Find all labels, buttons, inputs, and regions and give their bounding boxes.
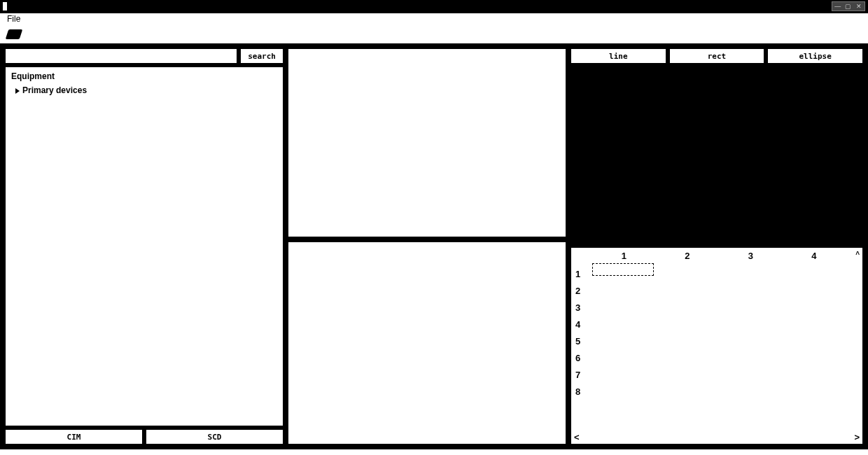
right-panel: line rect ellipse 1 2 3 4 1 2 3 4 5 6 7 … (571, 49, 862, 444)
maximize-icon[interactable]: ▢ (843, 2, 853, 10)
open-icon[interactable] (6, 29, 23, 39)
scroll-up-icon[interactable]: ^ (855, 251, 860, 258)
row-header[interactable]: 7 (575, 367, 580, 384)
left-bottom-tabs: CIM SCD (6, 430, 283, 444)
equipment-tree[interactable]: Equipment Primary devices (6, 67, 283, 426)
ellipse-button[interactable]: ellipse (768, 49, 862, 63)
search-row: search (6, 49, 283, 63)
grid-col-headers: 1 2 3 4 (592, 251, 846, 261)
grid-row-headers: 1 2 3 4 5 6 7 8 (575, 266, 580, 400)
rect-button[interactable]: rect (670, 49, 764, 63)
app-icon (3, 2, 11, 10)
right-canvas[interactable] (571, 69, 862, 242)
col-header[interactable]: 4 (783, 251, 846, 261)
tree-root[interactable]: Equipment (11, 71, 277, 81)
shape-buttons: line rect ellipse (571, 49, 862, 63)
right-grid[interactable]: 1 2 3 4 1 2 3 4 5 6 7 8 ^ < > (571, 248, 862, 444)
minimize-icon[interactable]: — (832, 2, 843, 10)
center-bottom-pane[interactable] (288, 242, 566, 444)
left-panel: search Equipment Primary devices CIM SCD (6, 49, 283, 444)
search-input[interactable] (6, 49, 237, 63)
row-header[interactable]: 6 (575, 350, 580, 367)
row-header[interactable]: 2 (575, 283, 580, 300)
search-button[interactable]: search (241, 49, 283, 63)
line-button[interactable]: line (571, 49, 666, 63)
menu-file[interactable]: File (7, 14, 20, 24)
col-header[interactable]: 3 (719, 251, 783, 261)
tab-cim[interactable]: CIM (6, 430, 142, 444)
scroll-right-icon[interactable]: > (854, 432, 860, 442)
tab-scd[interactable]: SCD (146, 430, 283, 444)
row-header[interactable]: 5 (575, 333, 580, 350)
row-header[interactable]: 1 (575, 266, 580, 283)
main-frame: search Equipment Primary devices CIM SCD… (0, 43, 868, 449)
scroll-left-icon[interactable]: < (574, 432, 580, 442)
center-panel (288, 49, 566, 444)
close-icon[interactable]: ✕ (854, 2, 864, 10)
row-header[interactable]: 3 (575, 300, 580, 316)
menu-bar: File (0, 13, 868, 25)
active-cell[interactable] (592, 263, 654, 276)
expand-icon[interactable] (15, 88, 20, 94)
row-header[interactable]: 4 (575, 316, 580, 333)
row-header[interactable]: 8 (575, 384, 580, 400)
col-header[interactable]: 1 (592, 251, 656, 261)
toolbar (0, 25, 868, 43)
title-bar: — ▢ ✕ (0, 0, 868, 13)
h-scrollbar[interactable]: < > (574, 432, 860, 442)
center-top-pane[interactable] (288, 49, 566, 237)
window-controls[interactable]: — ▢ ✕ (832, 1, 865, 11)
col-header[interactable]: 2 (656, 251, 720, 261)
tree-item-primary-devices[interactable]: Primary devices (15, 85, 277, 95)
